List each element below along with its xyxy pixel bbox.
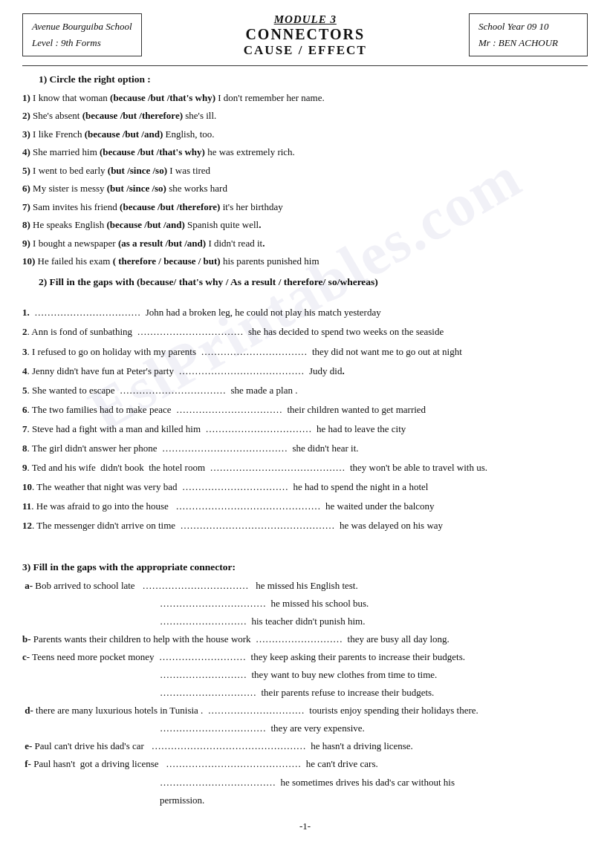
exercise-2: 2) Fill in the gaps with (because/ that'… <box>22 276 588 534</box>
ex2-item-1: 1. …………………………… John had a broken leg, he… <box>22 304 588 321</box>
ex3-section-a: a- Bob arrived to school late …………………………… <box>22 578 588 594</box>
exercise-1-title: 1) Circle the right option : <box>39 74 588 85</box>
main-content: 1) Circle the right option : 1) I know t… <box>22 74 588 809</box>
ex3-f-sub1: ……………………………… he sometimes drives his dad… <box>160 774 588 791</box>
ex3-section-c: c- Teens need more pocket money ……………………… <box>22 649 588 665</box>
page-number: -1- <box>22 820 588 832</box>
ex3-section-b: b- Parents wants their children to help … <box>22 631 588 647</box>
ex3-d-sub1: …………………………… they are very expensive. <box>160 720 588 737</box>
ex1-item-10: 10) He failed his exam ( therefore / bec… <box>22 253 588 269</box>
ex3-section-d: d- there are many luxurious hotels in Tu… <box>22 702 588 719</box>
ex3-a-sub1: …………………………… he missed his school bus. <box>160 595 588 612</box>
ex2-item-2: 2. Ann is fond of sunbathing ……………………………… <box>22 324 588 340</box>
exercise-2-title: 2) Fill in the gaps with (because/ that'… <box>39 276 588 288</box>
ex1-num-1: 1) I know that woman (because /but /that… <box>22 92 325 103</box>
header-divider <box>22 65 588 66</box>
ex2-item-7: 7. Steve had a fight with a man and kill… <box>22 421 588 437</box>
ex2-item-8: 8. The girl didn't answer her phone …………… <box>22 440 588 457</box>
ex3-section-e: e- Paul can't drive his dad's car ………………… <box>22 738 588 754</box>
cause-title: CAUSE / EFFECT <box>149 43 461 58</box>
exercise-3-title: 3) Fill in the gaps with the appropriate… <box>22 561 588 573</box>
ex1-item-7: 7) Sam invites his friend (because /but … <box>22 199 588 215</box>
teacher-name: Mr : BEN ACHOUR <box>478 35 578 51</box>
page-header: Avenue Bourguiba School Level : 9th Form… <box>22 13 588 58</box>
ex2-item-11: 11. He was afraid to go into the house …… <box>22 498 588 515</box>
ex1-item-8: 8) He speaks English (because /but /and)… <box>22 217 588 232</box>
ex2-item-4: 4. Jenny didn't have fun at Peter's part… <box>22 363 588 379</box>
ex2-item-6: 6. The two families had to make peace ……… <box>22 402 588 418</box>
connectors-title: CONNECTORS <box>149 26 461 43</box>
ex1-item-9: 9) I bought a newspaper (as a result /bu… <box>22 235 588 251</box>
ex2-item-12: 12. The messenger didn't arrive on time … <box>22 518 588 534</box>
exercise-1: 1) Circle the right option : 1) I know t… <box>22 74 588 269</box>
ex2-item-3: 3. I refused to go on holiday with my pa… <box>22 344 588 360</box>
ex2-item-9: 9. Ted and his wife didn't book the hote… <box>22 460 588 476</box>
ex3-section-f: f- Paul hasn't got a driving license ………… <box>22 756 588 772</box>
header-center: MODULE 3 CONNECTORS CAUSE / EFFECT <box>142 13 469 58</box>
ex3-c-sub2: ………………………… their parents refuse to incre… <box>160 685 588 701</box>
school-year: School Year 09 10 <box>478 19 578 35</box>
ex1-item-3: 3) I like French (because /but /and) Eng… <box>22 126 588 142</box>
school-name: Avenue Bourguiba School <box>32 19 132 35</box>
ex1-item-1: 1) I know that woman (because /but /that… <box>22 90 588 105</box>
ex2-item-10: 10. The weather that night was very bad … <box>22 479 588 495</box>
exercise-3: 3) Fill in the gaps with the appropriate… <box>22 561 588 809</box>
level: Level : 9th Forms <box>32 35 132 51</box>
ex3-a-sub2: ……………………… his teacher didn't punish him. <box>160 613 588 630</box>
ex3-c-sub1: ……………………… they want to buy new clothes f… <box>160 667 588 683</box>
module-title: MODULE 3 <box>149 13 461 26</box>
ex3-f-sub2: permission. <box>160 792 588 809</box>
ex2-item-5: 5. She wanted to escape …………………………… she … <box>22 382 588 399</box>
ex1-item-4: 4) She married him (because /but /that's… <box>22 144 588 160</box>
ex1-item-5: 5) I went to bed early (but /since /so) … <box>22 163 588 178</box>
header-right: School Year 09 10 Mr : BEN ACHOUR <box>469 13 588 56</box>
ex1-item-2: 2) She's absent (because /but /therefore… <box>22 108 588 123</box>
ex1-item-6: 6) My sister is messy (but /since /so) s… <box>22 180 588 196</box>
header-left: Avenue Bourguiba School Level : 9th Form… <box>22 13 142 56</box>
